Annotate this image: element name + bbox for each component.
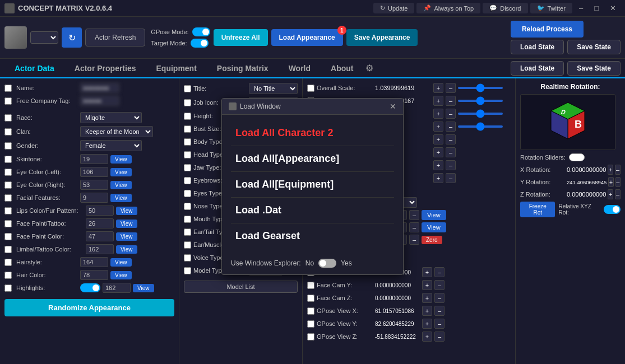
tab-about[interactable]: About bbox=[321, 60, 363, 76]
idle-anim-view-button[interactable]: View bbox=[422, 210, 446, 220]
bust-size-checkbox[interactable] bbox=[184, 125, 191, 133]
x-rotation-plus[interactable]: + bbox=[608, 165, 613, 175]
clan-select[interactable]: Keeper of the Moon bbox=[80, 126, 153, 137]
face-cam-y-minus[interactable]: – bbox=[434, 280, 445, 290]
eye-left-checkbox[interactable] bbox=[4, 169, 12, 176]
eyes-type-checkbox[interactable] bbox=[184, 190, 191, 197]
force-anim-minus[interactable]: – bbox=[409, 222, 419, 232]
scale3-minus[interactable]: – bbox=[446, 109, 456, 119]
gpose-z-minus[interactable]: – bbox=[434, 332, 445, 342]
limbal-input[interactable] bbox=[86, 244, 114, 254]
eye-right-checkbox[interactable] bbox=[4, 181, 12, 189]
load-all-equipment-option[interactable]: Load All[Equipment] bbox=[231, 173, 394, 196]
gpose-x-plus[interactable]: + bbox=[422, 306, 432, 316]
highlights-input[interactable] bbox=[103, 283, 131, 293]
scale8-plus[interactable]: + bbox=[433, 173, 443, 183]
hairstyle-checkbox[interactable] bbox=[4, 259, 12, 266]
skintone-view-button[interactable]: View bbox=[110, 155, 132, 164]
unfreeze-all-button[interactable]: Unfreeze All bbox=[214, 29, 268, 46]
height-checkbox[interactable] bbox=[184, 113, 191, 120]
gender-checkbox[interactable] bbox=[4, 142, 12, 150]
lips-view-button[interactable]: View bbox=[116, 207, 137, 215]
randomize-appearance-button[interactable]: Randomize Appearance bbox=[4, 299, 174, 316]
gpose-y-checkbox[interactable] bbox=[307, 320, 314, 328]
limbal-view-button[interactable]: View bbox=[116, 245, 137, 254]
tab-world[interactable]: World bbox=[279, 60, 321, 76]
gpose-y-minus[interactable]: – bbox=[434, 319, 445, 329]
tab-actor-data[interactable]: Actor Data bbox=[4, 60, 64, 76]
scale4-slider[interactable] bbox=[458, 125, 503, 128]
freeze-rot-button[interactable]: Freeze Rot bbox=[520, 202, 555, 217]
load-gearset-option[interactable]: Load Gearset bbox=[231, 225, 394, 248]
nav-load-state-button[interactable]: Load State bbox=[511, 61, 564, 76]
face-cam-x-minus[interactable]: – bbox=[434, 267, 445, 277]
face-cam-z-minus[interactable]: – bbox=[434, 293, 445, 303]
y-rotation-minus[interactable]: – bbox=[615, 177, 621, 187]
job-icon-checkbox[interactable] bbox=[184, 99, 191, 106]
twitter-button[interactable]: 🐦 Twitter bbox=[530, 3, 572, 13]
face-cam-x-plus[interactable]: + bbox=[422, 267, 432, 277]
scale4-minus[interactable]: – bbox=[446, 122, 456, 132]
force-anim-view-button[interactable]: View bbox=[422, 222, 446, 232]
target-mode-toggle[interactable] bbox=[191, 39, 209, 48]
scale7-plus[interactable]: + bbox=[433, 160, 443, 170]
scale3-slider[interactable] bbox=[458, 113, 503, 115]
scale3-plus[interactable]: + bbox=[433, 109, 443, 119]
eyebrows-checkbox[interactable] bbox=[184, 177, 191, 184]
gpose-z-checkbox[interactable] bbox=[307, 333, 314, 340]
z-rotation-minus[interactable]: – bbox=[615, 189, 621, 199]
face-paint-color-input[interactable] bbox=[86, 231, 114, 241]
scale5-minus[interactable]: – bbox=[446, 134, 456, 144]
eye-right-input[interactable] bbox=[80, 180, 108, 190]
tab-posing-matrix[interactable]: Posing Matrix bbox=[207, 60, 279, 76]
save-state-button[interactable]: Save State bbox=[567, 40, 621, 54]
overall-scale-plus[interactable]: + bbox=[433, 83, 443, 93]
limbal-checkbox[interactable] bbox=[4, 246, 12, 253]
ear-muscle-checkbox[interactable] bbox=[184, 241, 191, 249]
settings-icon-button[interactable]: ⚙ bbox=[365, 63, 373, 73]
title-checkbox[interactable] bbox=[184, 85, 191, 92]
race-checkbox[interactable] bbox=[4, 114, 12, 122]
gpose-x-checkbox[interactable] bbox=[307, 307, 314, 315]
free-company-checkbox[interactable] bbox=[4, 97, 12, 105]
always-on-top-button[interactable]: 📌 Always on Top bbox=[416, 3, 480, 13]
scale7-minus[interactable]: – bbox=[446, 160, 456, 170]
nav-save-state-button[interactable]: Save State bbox=[567, 61, 621, 76]
eye-right-view-button[interactable]: View bbox=[110, 181, 132, 189]
body-type-checkbox[interactable] bbox=[184, 138, 191, 146]
scale8-minus[interactable]: – bbox=[446, 173, 456, 183]
rust-y-minus[interactable]: – bbox=[446, 96, 456, 106]
face-paint-checkbox[interactable] bbox=[4, 220, 12, 227]
skintone-checkbox[interactable] bbox=[4, 156, 12, 163]
jaw-type-checkbox[interactable] bbox=[184, 164, 191, 171]
hairstyle-view-button[interactable]: View bbox=[110, 258, 132, 267]
load-all-character-option[interactable]: Load All Character 2 bbox=[231, 122, 394, 144]
highlights-toggle[interactable] bbox=[80, 283, 100, 292]
clan-checkbox[interactable] bbox=[4, 128, 12, 136]
ear-tail-checkbox[interactable] bbox=[184, 228, 191, 236]
mouth-type-checkbox[interactable] bbox=[184, 216, 191, 223]
rust-y-slider[interactable] bbox=[458, 100, 503, 102]
discord-button[interactable]: 💬 Discord bbox=[483, 3, 527, 13]
facial-input[interactable] bbox=[80, 193, 108, 203]
load-all-appearance-option[interactable]: Load All[Appearance] bbox=[231, 147, 394, 170]
load-window-close-button[interactable]: ✕ bbox=[390, 102, 396, 111]
gpose-x-minus[interactable]: – bbox=[434, 306, 445, 316]
load-state-button[interactable]: Load State bbox=[511, 40, 564, 54]
gender-select[interactable]: Female bbox=[80, 140, 142, 151]
gpose-z-plus[interactable]: + bbox=[422, 332, 432, 342]
face-cam-y-plus[interactable]: + bbox=[422, 280, 432, 290]
close-button[interactable]: ✕ bbox=[605, 3, 621, 13]
face-paint-input[interactable] bbox=[86, 218, 114, 228]
anim-speed-zero-button[interactable]: Zero bbox=[422, 236, 442, 244]
overall-scale-slider[interactable] bbox=[458, 87, 503, 89]
voice-type-checkbox[interactable] bbox=[184, 254, 191, 262]
nose-type-checkbox[interactable] bbox=[184, 203, 191, 210]
idle-anim-minus[interactable]: – bbox=[409, 210, 419, 220]
face-cam-z-plus[interactable]: + bbox=[422, 293, 432, 303]
facial-checkbox[interactable] bbox=[4, 194, 12, 202]
rust-y-plus[interactable]: + bbox=[433, 96, 443, 106]
hair-color-view-button[interactable]: View bbox=[110, 271, 132, 279]
face-cam-y-checkbox[interactable] bbox=[307, 282, 314, 289]
face-paint-color-view-button[interactable]: View bbox=[116, 232, 137, 241]
